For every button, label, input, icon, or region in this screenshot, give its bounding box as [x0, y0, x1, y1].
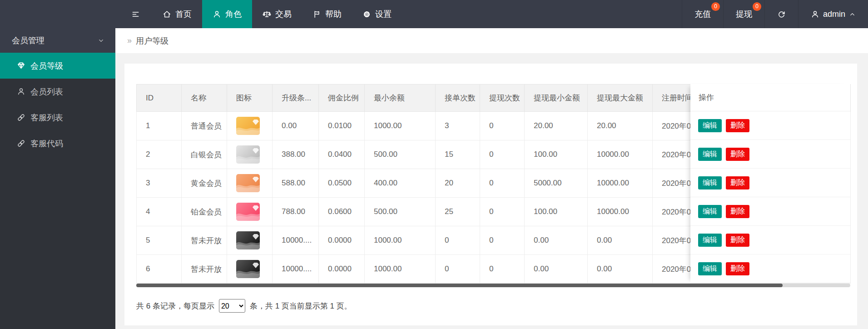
action-row: 编辑 删除: [690, 226, 850, 254]
link-icon: [17, 139, 25, 148]
column-header-withdraw-max: 提现最大金额: [588, 85, 653, 112]
content-area: ID 名称 图标 升级条... 佣金比例 最小余额 接单次数 提现次数 提现最小…: [115, 53, 868, 329]
column-header-orders: 接单次数: [436, 85, 480, 112]
scales-icon: [263, 10, 271, 19]
cell-withdraw-count: 0: [480, 169, 525, 198]
edit-button[interactable]: 编辑: [698, 262, 722, 275]
home-icon: [163, 10, 171, 19]
column-header-id: ID: [137, 85, 182, 112]
edit-button[interactable]: 编辑: [698, 148, 722, 161]
collapse-menu-button[interactable]: [119, 0, 152, 28]
cell-id: 2: [137, 140, 182, 169]
main-menu: 首页 角色 交易 帮助 设置: [119, 0, 402, 28]
username: admin: [823, 10, 845, 19]
recharge-badge: 0: [711, 2, 720, 11]
column-header-icon: 图标: [227, 85, 273, 112]
cell-id: 5: [137, 226, 182, 255]
withdraw-button[interactable]: 提现 0: [723, 0, 764, 28]
column-header-withdraw-count: 提现次数: [480, 85, 525, 112]
member-level-table-wrap: ID 名称 图标 升级条... 佣金比例 最小余额 接单次数 提现次数 提现最小…: [136, 84, 850, 284]
sidebar-item-member-list[interactable]: 会员列表: [0, 79, 115, 105]
cell-name: 铂金会员: [182, 198, 227, 226]
cell-name: 黄金会员: [182, 169, 227, 198]
cell-withdraw-min: 0.00: [525, 226, 588, 255]
delete-button[interactable]: 删除: [726, 262, 749, 275]
navbar-right: 充值 0 提现 0 admin: [682, 0, 868, 28]
cell-withdraw-min: 5000.00: [525, 169, 588, 198]
edit-button[interactable]: 编辑: [698, 234, 722, 247]
cell-id: 3: [137, 169, 182, 198]
cell-withdraw-count: 0: [480, 112, 525, 140]
cell-withdraw-count: 0: [480, 255, 525, 284]
level-card-icon: [236, 231, 260, 249]
scrollbar-thumb[interactable]: [136, 284, 783, 287]
nav-item-home[interactable]: 首页: [152, 0, 202, 28]
sidebar-item-service-code[interactable]: 客服代码: [0, 130, 115, 156]
sidebar-item-label: 客服代码: [30, 138, 63, 149]
cell-min-balance: 1000.00: [365, 255, 436, 284]
user-icon: [811, 10, 819, 19]
action-row: 编辑 删除: [690, 254, 850, 283]
page-title: 用户等级: [136, 35, 169, 46]
link-icon: [17, 113, 25, 122]
gem-icon: [17, 61, 25, 70]
cell-withdraw-max: 10000.00: [588, 198, 653, 226]
column-header-min-balance: 最小余额: [365, 85, 436, 112]
level-card-icon: [236, 203, 260, 221]
cell-min-balance: 1000.00: [365, 112, 436, 140]
sidebar-group-label: 会员管理: [12, 35, 45, 46]
nav-item-role[interactable]: 角色: [202, 0, 252, 28]
cell-orders: 0: [436, 255, 480, 284]
page-size-select[interactable]: 20: [219, 299, 245, 313]
nav-item-trade[interactable]: 交易: [252, 0, 302, 28]
cell-rate: 0.0000: [319, 226, 365, 255]
delete-button[interactable]: 删除: [726, 148, 749, 161]
cell-min-balance: 400.00: [365, 169, 436, 198]
cell-withdraw-count: 0: [480, 226, 525, 255]
sidebar-item-member-level[interactable]: 会员等级: [0, 53, 115, 79]
cell-withdraw-min: 0.00: [525, 255, 588, 284]
delete-button[interactable]: 删除: [726, 234, 749, 247]
nav-item-help[interactable]: 帮助: [302, 0, 352, 28]
sidebar-item-service-list[interactable]: 客服列表: [0, 105, 115, 130]
delete-button[interactable]: 删除: [726, 176, 749, 189]
cell-id: 1: [137, 112, 182, 140]
edit-button[interactable]: 编辑: [698, 176, 722, 189]
nav-item-label: 角色: [225, 9, 242, 20]
cell-withdraw-min: 100.00: [525, 140, 588, 169]
action-row: 编辑 删除: [690, 169, 850, 197]
refresh-button[interactable]: [764, 0, 798, 28]
cell-name: 暂未开放: [182, 226, 227, 255]
sidebar-group-member-management[interactable]: 会员管理: [0, 28, 115, 53]
recharge-button[interactable]: 充值 0: [682, 0, 723, 28]
pagination-text-after: 条，共 1 页当前显示第 1 页。: [250, 301, 352, 311]
action-row: 编辑 删除: [690, 111, 850, 140]
cell-withdraw-count: 0: [480, 140, 525, 169]
delete-button[interactable]: 删除: [726, 205, 749, 218]
cell-withdraw-count: 0: [480, 198, 525, 226]
cell-upgrade: 588.00: [273, 169, 319, 198]
cell-upgrade: 788.00: [273, 198, 319, 226]
refresh-icon: [777, 10, 786, 19]
cell-withdraw-max: 10000.00: [588, 140, 653, 169]
cell-min-balance: 1000.00: [365, 226, 436, 255]
breadcrumb-separator: »: [127, 36, 132, 45]
nav-item-settings[interactable]: 设置: [352, 0, 402, 28]
column-header-withdraw-min: 提现最小金额: [525, 85, 588, 112]
cell-icon: [227, 112, 273, 140]
top-navbar: 首页 角色 交易 帮助 设置 充值 0 提现 0: [0, 0, 868, 28]
cell-orders: 15: [436, 140, 480, 169]
chevron-up-icon: [849, 11, 856, 18]
cell-upgrade: 10000....: [273, 226, 319, 255]
pagination-text-before: 共 6 条记录，每页显示: [136, 301, 214, 311]
delete-button[interactable]: 删除: [726, 119, 749, 132]
level-card-icon: [236, 145, 260, 164]
cell-min-balance: 500.00: [365, 198, 436, 226]
user-icon: [213, 10, 221, 19]
user-menu[interactable]: admin: [798, 0, 868, 28]
cell-rate: 0.0400: [319, 140, 365, 169]
edit-button[interactable]: 编辑: [698, 205, 722, 218]
cell-id: 6: [137, 255, 182, 284]
action-row: 编辑 删除: [690, 140, 850, 169]
edit-button[interactable]: 编辑: [698, 119, 722, 132]
